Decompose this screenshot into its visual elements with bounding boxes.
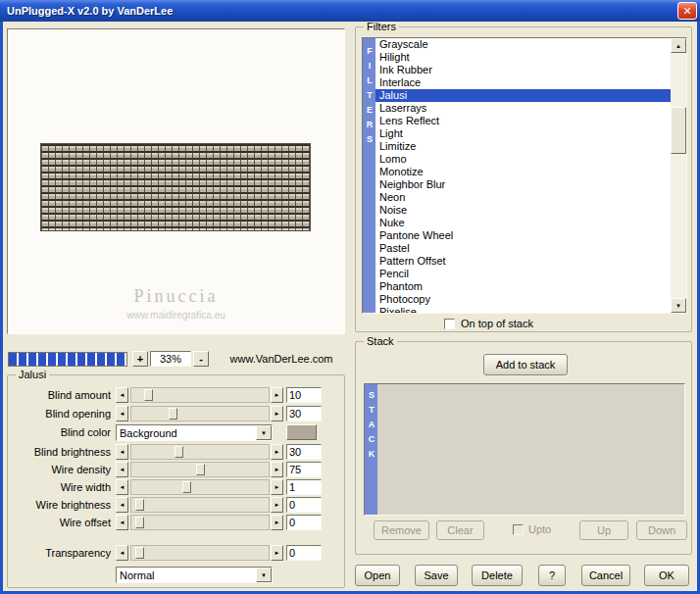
scroll-up-button[interactable]: ▲ [671, 38, 686, 53]
filter-list-item[interactable]: Interlace [375, 76, 671, 89]
slider-row-transparency: Transparency ◄ ► [8, 545, 344, 561]
slider-increment-button[interactable]: ► [271, 545, 283, 561]
slider-increment-button[interactable]: ► [271, 462, 283, 477]
slider-track[interactable] [130, 462, 270, 477]
filter-list-item-selected[interactable]: Jalusi [375, 89, 671, 102]
vendor-website-link[interactable]: www.VanDerLee.com [221, 353, 342, 365]
slider-track[interactable] [130, 515, 270, 530]
zoom-percentage: 33% [150, 351, 191, 367]
filters-scrollbar[interactable]: ▲ ▼ [671, 38, 686, 313]
clear-button[interactable]: Clear [436, 520, 484, 540]
filter-list-item[interactable]: Laserrays [375, 102, 671, 115]
slider-value-input[interactable] [286, 497, 322, 513]
slider-increment-button[interactable]: ► [271, 515, 283, 530]
chevron-down-icon[interactable]: ▼ [256, 425, 272, 440]
filter-list-item[interactable]: Pastel [375, 242, 671, 255]
on-top-of-stack-checkbox[interactable] [444, 319, 455, 329]
slider-increment-button[interactable]: ► [271, 387, 283, 403]
filter-list-item[interactable]: Hilight [375, 51, 671, 64]
scrollbar-thumb[interactable] [671, 107, 686, 154]
filter-list-item[interactable]: Pixelise [375, 306, 671, 313]
filter-list-item[interactable]: Monotize [375, 166, 671, 178]
blend-mode-dropdown[interactable]: Normal ▼ [116, 567, 273, 583]
slider-thumb[interactable] [169, 408, 177, 420]
titlebar[interactable]: UnPlugged-X v2.0 by VanDerLee [0, 0, 700, 22]
slider-track[interactable] [130, 545, 270, 561]
slider-label: Wire width [8, 479, 111, 495]
slider-track[interactable] [130, 479, 270, 495]
slider-value-input[interactable] [286, 444, 322, 460]
slider-track[interactable] [130, 444, 270, 460]
slider-value-input[interactable] [286, 462, 322, 477]
slider-decrement-button[interactable]: ◄ [116, 462, 128, 477]
preview-pane[interactable]: Pinuccia www.maidiregrafica.eu [7, 28, 345, 334]
slider-increment-button[interactable]: ► [271, 406, 283, 421]
slider-track[interactable] [130, 387, 270, 403]
slider-value-input[interactable] [286, 545, 322, 561]
zoom-level-bar[interactable] [8, 352, 127, 367]
slider-increment-button[interactable]: ► [271, 497, 283, 513]
filter-list-item[interactable]: Lomo [375, 153, 671, 166]
chevron-down-icon[interactable]: ▼ [256, 568, 272, 582]
slider-thumb[interactable] [196, 464, 205, 475]
filter-list-item[interactable]: Pencil [375, 268, 671, 280]
help-button[interactable]: ? [538, 565, 566, 586]
scroll-down-button[interactable]: ▼ [671, 298, 686, 313]
slider-thumb[interactable] [135, 517, 144, 528]
slider-value-input[interactable] [286, 406, 322, 421]
filter-list-item[interactable]: Pantone Wheel [375, 229, 671, 242]
slider-decrement-button[interactable]: ◄ [116, 387, 128, 403]
down-button[interactable]: Down [636, 520, 687, 540]
slider-decrement-button[interactable]: ◄ [116, 497, 128, 513]
filter-list-item[interactable]: Pattern Offset [375, 255, 671, 268]
zoom-in-button[interactable]: + [132, 351, 148, 367]
slider-value-input[interactable] [286, 515, 322, 530]
upto-checkbox[interactable] [513, 524, 524, 535]
filter-list-item[interactable]: Limitize [375, 140, 671, 153]
filter-list-item[interactable]: Noise [375, 204, 671, 217]
delete-button[interactable]: Delete [472, 565, 523, 586]
up-button[interactable]: Up [579, 520, 628, 540]
slider-decrement-button[interactable]: ◄ [116, 545, 128, 561]
arrow-right-icon: ► [275, 550, 280, 556]
slider-value-input[interactable] [286, 387, 322, 403]
params-group-label: Jalusi [16, 368, 49, 381]
open-button[interactable]: Open [355, 565, 400, 586]
remove-button[interactable]: Remove [374, 520, 429, 540]
slider-thumb[interactable] [144, 389, 153, 401]
filter-list-item[interactable]: Ink Rubber [375, 64, 671, 76]
filter-list-item[interactable]: Nuke [375, 217, 671, 229]
slider-row-wire-width: Wire width ◄ ► [8, 479, 344, 495]
filter-list-item[interactable]: Neighbor Blur [375, 178, 671, 191]
stack-listbox[interactable]: STACK [364, 383, 685, 516]
filter-list-item[interactable]: Lens Reflect [375, 115, 671, 127]
cancel-button[interactable]: Cancel [581, 565, 630, 586]
arrow-left-icon: ◄ [120, 484, 125, 490]
blind-color-dropdown[interactable]: Background ▼ [116, 424, 273, 441]
slider-increment-button[interactable]: ► [271, 444, 283, 460]
add-to-stack-button[interactable]: Add to stack [483, 354, 568, 375]
slider-value-input[interactable] [286, 479, 322, 495]
save-button[interactable]: Save [415, 565, 458, 586]
blind-color-swatch[interactable] [286, 424, 317, 440]
slider-thumb[interactable] [175, 446, 183, 458]
filter-list-item[interactable]: Grayscale [375, 38, 671, 51]
slider-thumb[interactable] [135, 547, 144, 559]
zoom-out-button[interactable]: - [193, 351, 209, 367]
filter-list-item[interactable]: Phantom [375, 280, 671, 293]
slider-decrement-button[interactable]: ◄ [116, 515, 128, 530]
slider-decrement-button[interactable]: ◄ [116, 479, 128, 495]
close-button[interactable]: ✕ [677, 2, 697, 20]
ok-button[interactable]: OK [644, 565, 689, 586]
params-group: Jalusi Blind amount ◄ ► Blind opening ◄ … [7, 374, 345, 588]
slider-thumb[interactable] [182, 481, 191, 493]
filter-list-item[interactable]: Photocopy [375, 293, 671, 306]
slider-track[interactable] [130, 406, 270, 421]
slider-thumb[interactable] [135, 499, 144, 511]
slider-increment-button[interactable]: ► [271, 479, 283, 495]
filter-list-item[interactable]: Neon [375, 191, 671, 204]
slider-track[interactable] [130, 497, 270, 513]
slider-decrement-button[interactable]: ◄ [116, 444, 128, 460]
filter-list-item[interactable]: Light [375, 127, 671, 140]
slider-decrement-button[interactable]: ◄ [116, 406, 128, 421]
